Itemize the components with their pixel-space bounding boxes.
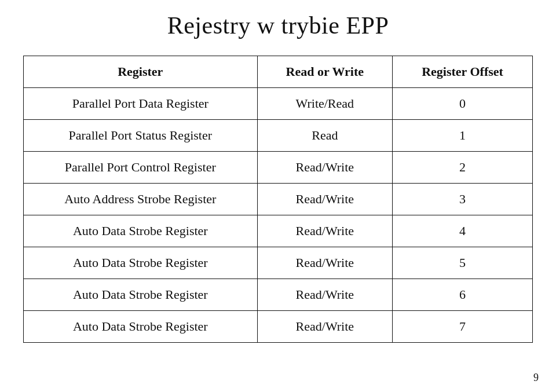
table-row: Auto Data Strobe RegisterRead/Write6 — [24, 279, 533, 311]
cell-offset: 1 — [393, 120, 533, 152]
cell-register: Auto Data Strobe Register — [24, 311, 258, 343]
cell-rw: Write/Read — [257, 88, 393, 120]
cell-rw: Read/Write — [257, 311, 393, 343]
table-row: Auto Data Strobe RegisterRead/Write7 — [24, 311, 533, 343]
table-row: Parallel Port Data RegisterWrite/Read0 — [24, 88, 533, 120]
cell-register: Parallel Port Control Register — [24, 152, 258, 184]
cell-register: Parallel Port Data Register — [24, 88, 258, 120]
table-row: Auto Address Strobe RegisterRead/Write3 — [24, 184, 533, 215]
cell-offset: 5 — [393, 247, 533, 279]
table-row: Auto Data Strobe RegisterRead/Write5 — [24, 247, 533, 279]
registers-table: Register Read or Write Register Offset P… — [23, 56, 533, 343]
cell-register: Auto Data Strobe Register — [24, 279, 258, 311]
cell-offset: 6 — [393, 279, 533, 311]
cell-register: Auto Data Strobe Register — [24, 247, 258, 279]
cell-offset: 3 — [393, 184, 533, 215]
page-title: Rejestry w trybie EPP — [167, 12, 389, 39]
col-header-register: Register — [24, 56, 258, 88]
cell-register: Auto Data Strobe Register — [24, 215, 258, 247]
cell-offset: 0 — [393, 88, 533, 120]
page-number: 9 — [533, 372, 539, 384]
table-row: Parallel Port Control RegisterRead/Write… — [24, 152, 533, 184]
cell-rw: Read/Write — [257, 247, 393, 279]
col-header-offset: Register Offset — [393, 56, 533, 88]
cell-offset: 4 — [393, 215, 533, 247]
table-header-row: Register Read or Write Register Offset — [24, 56, 533, 88]
cell-rw: Read/Write — [257, 152, 393, 184]
table-row: Parallel Port Status RegisterRead1 — [24, 120, 533, 152]
cell-offset: 2 — [393, 152, 533, 184]
cell-rw: Read/Write — [257, 279, 393, 311]
col-header-rw: Read or Write — [257, 56, 393, 88]
cell-offset: 7 — [393, 311, 533, 343]
cell-rw: Read/Write — [257, 215, 393, 247]
cell-rw: Read — [257, 120, 393, 152]
cell-register: Auto Address Strobe Register — [24, 184, 258, 215]
cell-rw: Read/Write — [257, 184, 393, 215]
cell-register: Parallel Port Status Register — [24, 120, 258, 152]
table-row: Auto Data Strobe RegisterRead/Write4 — [24, 215, 533, 247]
